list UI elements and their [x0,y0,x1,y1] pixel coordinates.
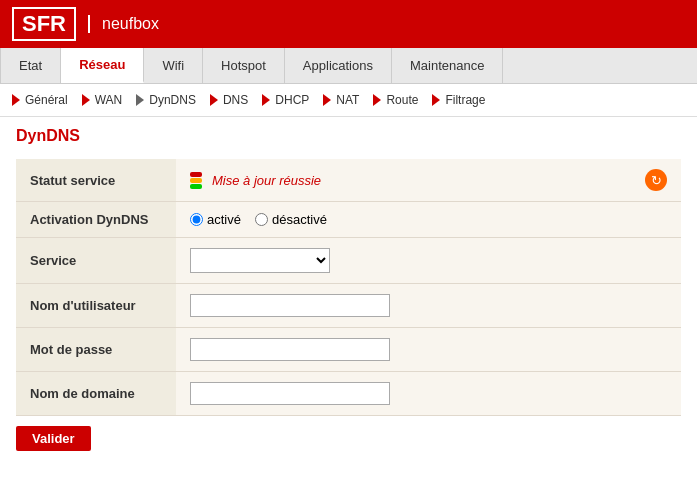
arrow-icon [82,94,90,106]
subnav-dyndns-label: DynDNS [149,93,196,107]
service-select[interactable] [190,248,330,273]
subnav-dns[interactable]: DNS [206,90,256,110]
arrow-icon [432,94,440,106]
subnav-dhcp[interactable]: DHCP [258,90,317,110]
nav-item-maintenance[interactable]: Maintenance [392,48,503,83]
arrow-icon [12,94,20,106]
sub-nav: Général WAN DynDNS DNS DHCP NAT Route Fi… [0,84,697,117]
nav-item-hotspot[interactable]: Hotspot [203,48,285,83]
service-label: Service [16,238,176,284]
activation-dyndns-cell: activé désactivé [176,202,681,238]
nom-utilisateur-label: Nom d'utilisateur [16,284,176,328]
radio-active-label[interactable]: activé [190,212,241,227]
subnav-general-label: Général [25,93,68,107]
nom-utilisateur-row: Nom d'utilisateur [16,284,681,328]
product-name: neufbox [88,15,159,33]
activation-dyndns-row: Activation DynDNS activé désactivé [16,202,681,238]
submit-button[interactable]: Valider [16,426,91,451]
statut-service-row: Statut service Mise à jour réussie ↻ [16,159,681,202]
arrow-icon [210,94,218,106]
nom-domaine-input[interactable] [190,382,390,405]
nav-item-applications[interactable]: Applications [285,48,392,83]
nom-domaine-label: Nom de domaine [16,372,176,416]
radio-active[interactable] [190,213,203,226]
radio-inactive[interactable] [255,213,268,226]
subnav-nat[interactable]: NAT [319,90,367,110]
traffic-light-icon [190,172,204,189]
activation-radio-group: activé désactivé [190,212,667,227]
arrow-icon [262,94,270,106]
nav-item-wifi[interactable]: Wifi [144,48,203,83]
status-row: Mise à jour réussie ↻ [190,169,667,191]
page-title: DynDNS [16,127,681,145]
subnav-wan-label: WAN [95,93,123,107]
subnav-filtrage[interactable]: Filtrage [428,90,493,110]
subnav-nat-label: NAT [336,93,359,107]
nav-item-etat[interactable]: Etat [0,48,61,83]
statut-service-label: Statut service [16,159,176,202]
sfr-logo: SFR [12,7,76,41]
arrow-icon [136,94,144,106]
subnav-general[interactable]: Général [8,90,76,110]
statut-service-cell: Mise à jour réussie ↻ [176,159,681,202]
nom-domaine-cell [176,372,681,416]
page-content: DynDNS Statut service Mise à jour réussi… [0,117,697,461]
subnav-wan[interactable]: WAN [78,90,131,110]
mot-de-passe-row: Mot de passe [16,328,681,372]
header: SFR neufbox [0,0,697,48]
radio-inactive-text: désactivé [272,212,327,227]
subnav-route-label: Route [386,93,418,107]
subnav-dns-label: DNS [223,93,248,107]
status-text: Mise à jour réussie [212,173,321,188]
mot-de-passe-label: Mot de passe [16,328,176,372]
subnav-dhcp-label: DHCP [275,93,309,107]
subnav-dyndns[interactable]: DynDNS [132,90,204,110]
nom-domaine-row: Nom de domaine [16,372,681,416]
radio-inactive-label[interactable]: désactivé [255,212,327,227]
arrow-icon [323,94,331,106]
light-red [190,172,202,177]
nav-item-reseau[interactable]: Réseau [61,48,144,83]
subnav-filtrage-label: Filtrage [445,93,485,107]
nom-utilisateur-cell [176,284,681,328]
refresh-button[interactable]: ↻ [645,169,667,191]
light-green [190,184,202,189]
mot-de-passe-input[interactable] [190,338,390,361]
radio-active-text: activé [207,212,241,227]
service-cell [176,238,681,284]
form-table: Statut service Mise à jour réussie ↻ [16,159,681,416]
light-yellow [190,178,202,183]
nom-utilisateur-input[interactable] [190,294,390,317]
status-left: Mise à jour réussie [190,172,321,189]
service-row: Service [16,238,681,284]
main-nav: Etat Réseau Wifi Hotspot Applications Ma… [0,48,697,84]
subnav-route[interactable]: Route [369,90,426,110]
arrow-icon [373,94,381,106]
mot-de-passe-cell [176,328,681,372]
activation-dyndns-label: Activation DynDNS [16,202,176,238]
